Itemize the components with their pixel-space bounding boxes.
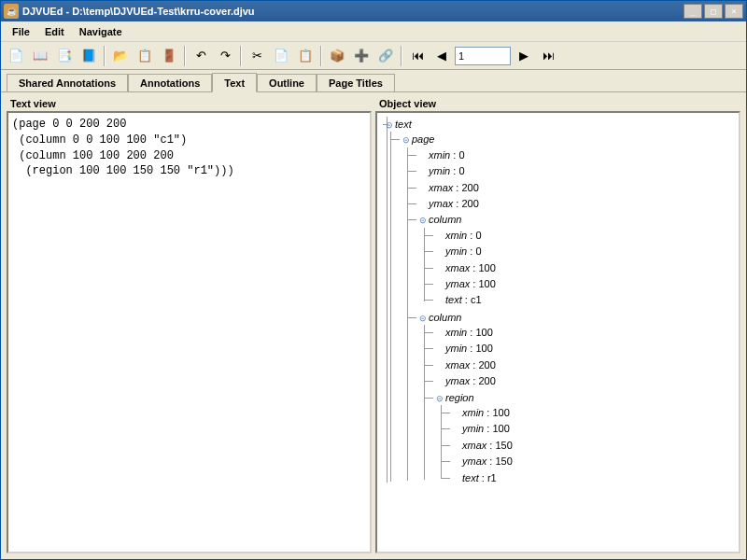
- maximize-button[interactable]: □: [704, 4, 723, 19]
- first-page-icon[interactable]: ⏮: [406, 45, 429, 67]
- tree-leaf-value: 0: [458, 149, 464, 161]
- tree-node[interactable]: ymin : 0: [418, 163, 735, 179]
- tree-handle-icon[interactable]: ⊝: [418, 315, 427, 323]
- last-page-icon[interactable]: ⏭: [537, 45, 559, 67]
- tree-node[interactable]: ymax : 200: [435, 373, 735, 389]
- tree-node[interactable]: ⊝text⊝page xmin : 0 ymin : 0 xmax : 200 …: [385, 117, 735, 490]
- tree-leaf-key: xmin: [445, 230, 467, 241]
- separator: [184, 46, 186, 66]
- page-number-input[interactable]: [455, 47, 511, 65]
- open-icon[interactable]: 📂: [109, 45, 132, 67]
- tree-node[interactable]: ymax : 100: [435, 276, 735, 292]
- tab-text[interactable]: Text: [212, 73, 257, 92]
- tree-node[interactable]: ⊝region xmin : 100 ymin : 100 xmax : 150…: [435, 390, 735, 487]
- tree-leaf-key: ymax: [462, 455, 486, 467]
- paste-icon[interactable]: 📋: [294, 45, 317, 67]
- exit-icon[interactable]: 🚪: [158, 45, 180, 67]
- tree-handle-icon[interactable]: ⊝: [418, 217, 427, 225]
- tree-node[interactable]: xmax : 200: [435, 357, 735, 373]
- tree-handle-icon[interactable]: ⊝: [402, 136, 410, 145]
- tree-leaf-key: ymin: [429, 165, 450, 176]
- tree-leaf-key: text: [445, 294, 462, 305]
- tree-node[interactable]: xmin : 100: [435, 325, 735, 341]
- tree-leaf-key: ymin: [445, 245, 467, 257]
- menu-navigate[interactable]: Navigate: [72, 24, 130, 39]
- cut-icon[interactable]: ✂: [246, 45, 268, 67]
- undo-icon[interactable]: ↶: [190, 45, 212, 67]
- add-icon[interactable]: ➕: [350, 45, 373, 67]
- menu-edit[interactable]: Edit: [37, 24, 72, 39]
- tree-leaf-key: xmax: [445, 359, 470, 371]
- app-icon: ☕: [4, 4, 19, 19]
- object-view-header: Object view: [375, 96, 740, 111]
- tree-node-label: page: [412, 133, 434, 145]
- tree-node[interactable]: text : r1: [452, 470, 735, 486]
- tree-node-label: column: [429, 214, 461, 225]
- tree-node[interactable]: ymin : 100: [435, 341, 735, 357]
- app-window: ☕ DJVUEd - D:\temp\DJVUEd-Test\krru-cove…: [0, 0, 747, 560]
- tree-node-label: column: [429, 312, 461, 323]
- tree-node[interactable]: ymin : 100: [452, 421, 735, 437]
- doc-icon[interactable]: 📑: [53, 45, 76, 67]
- tree-node[interactable]: xmin : 0: [418, 147, 735, 163]
- separator: [401, 46, 402, 66]
- redo-icon[interactable]: ↷: [214, 45, 236, 67]
- tree-handle-icon[interactable]: ⊝: [435, 395, 444, 403]
- tree-leaf-value: 100: [475, 343, 492, 354]
- new-icon[interactable]: 📄: [5, 45, 27, 67]
- book-icon[interactable]: 📘: [78, 45, 100, 67]
- tree-leaf-key: xmax: [445, 262, 470, 273]
- window-title: DJVUEd - D:\temp\DJVUEd-Test\krru-cover.…: [22, 6, 684, 17]
- tab-annotations[interactable]: Annotations: [128, 74, 212, 92]
- tree-node[interactable]: ymax : 150: [452, 454, 735, 469]
- tab-outline[interactable]: Outline: [257, 74, 317, 92]
- tree-node[interactable]: text : c1: [435, 292, 735, 308]
- tree-leaf-key: xmin: [429, 149, 450, 161]
- tree-handle-icon[interactable]: ⊝: [385, 121, 393, 130]
- tree-node[interactable]: ⊝column xmin : 100 ymin : 100 xmax : 200…: [418, 310, 735, 488]
- content-area: Text view (page 0 0 200 200 (column 0 0 …: [1, 91, 746, 559]
- tree-node[interactable]: xmax : 150: [452, 438, 735, 454]
- tree-node[interactable]: ⊝column xmin : 0 ymin : 0 xmax : 100 yma…: [418, 212, 735, 309]
- tab-page-titles[interactable]: Page Titles: [317, 74, 395, 92]
- object-tree[interactable]: ⊝text⊝page xmin : 0 ymin : 0 xmax : 200 …: [375, 111, 740, 553]
- text-view-body[interactable]: (page 0 0 200 200 (column 0 0 100 100 "c…: [7, 111, 372, 553]
- tree-node[interactable]: ⊝page xmin : 0 ymin : 0 xmax : 200 ymax …: [402, 132, 735, 489]
- link-icon[interactable]: 🔗: [374, 45, 397, 67]
- tree-node[interactable]: xmax : 100: [435, 260, 735, 276]
- tree-leaf-key: xmax: [462, 440, 486, 451]
- prev-page-icon[interactable]: ◀: [430, 45, 453, 67]
- text-view-header: Text view: [7, 96, 372, 111]
- open-book-icon[interactable]: 📖: [29, 45, 51, 67]
- tab-shared-annotations[interactable]: Shared Annotations: [7, 74, 128, 92]
- tree-leaf-value: 150: [495, 455, 512, 467]
- separator: [240, 46, 242, 66]
- tree-node[interactable]: ymax : 200: [418, 196, 735, 212]
- tree-leaf-value: 0: [475, 245, 481, 257]
- tree-leaf-value: 100: [475, 327, 492, 338]
- object-view-pane: Object view ⊝text⊝page xmin : 0 ymin : 0…: [375, 96, 740, 553]
- tree-leaf-value: 150: [495, 440, 512, 451]
- tree-leaf-key: ymax: [429, 198, 453, 209]
- tree-leaf-value: 200: [461, 182, 478, 193]
- toolbar: 📄 📖 📑 📘 📂 📋 🚪 ↶ ↷ ✂ 📄 📋 📦 ➕ 🔗 ⏮ ◀ ▶ ⏭: [1, 42, 746, 70]
- tree-leaf-value: 0: [458, 165, 464, 176]
- tree-leaf-value: 100: [478, 262, 495, 273]
- minimize-button[interactable]: _: [684, 4, 702, 19]
- text-view-pane: Text view (page 0 0 200 200 (column 0 0 …: [7, 96, 372, 553]
- package-icon[interactable]: 📦: [326, 45, 348, 67]
- tree-node[interactable]: xmin : 0: [435, 228, 735, 244]
- window-controls: _ □ ×: [684, 4, 743, 19]
- separator: [104, 46, 106, 66]
- tree-node[interactable]: xmax : 200: [418, 180, 735, 196]
- next-page-icon[interactable]: ▶: [513, 45, 535, 67]
- save-icon[interactable]: 📋: [134, 45, 156, 67]
- tree-leaf-value: 200: [478, 359, 495, 371]
- tree-node[interactable]: ymin : 0: [435, 244, 735, 259]
- menu-file[interactable]: File: [5, 24, 37, 39]
- tree-leaf-value: 100: [492, 407, 509, 418]
- tree-node[interactable]: xmin : 100: [452, 405, 735, 421]
- tree-leaf-value: r1: [487, 472, 497, 483]
- copy-icon[interactable]: 📄: [270, 45, 292, 67]
- close-button[interactable]: ×: [725, 4, 743, 19]
